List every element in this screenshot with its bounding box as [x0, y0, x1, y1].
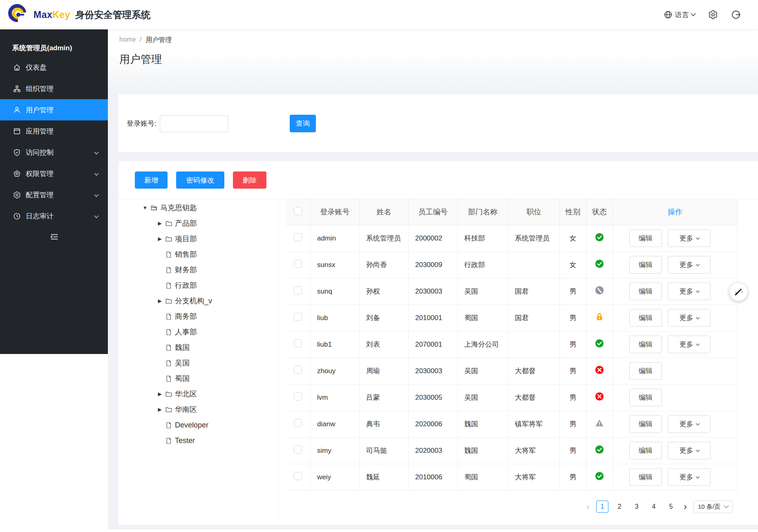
- sidebar-item-app[interactable]: 应用管理: [0, 120, 108, 142]
- page-size-select[interactable]: 10 条/页: [693, 501, 733, 513]
- pagination-page-4[interactable]: 4: [648, 501, 660, 513]
- tree-node[interactable]: 蜀国: [119, 371, 278, 386]
- caret-right-icon[interactable]: ▶: [154, 407, 165, 412]
- tree-node[interactable]: ▶分支机构_v: [119, 293, 278, 309]
- row-select-cell: [286, 464, 311, 490]
- more-button[interactable]: 更多: [668, 309, 711, 327]
- tree-node[interactable]: ▶项目部: [119, 231, 278, 247]
- caret-right-icon[interactable]: ▶: [154, 391, 165, 397]
- edit-button[interactable]: 编辑: [629, 442, 662, 459]
- caret-right-icon[interactable]: ▶: [154, 236, 165, 242]
- logout-icon[interactable]: [731, 10, 741, 20]
- row-checkbox[interactable]: [294, 419, 302, 427]
- edit-button[interactable]: 编辑: [629, 362, 662, 380]
- tree-node[interactable]: ▶华南区: [119, 402, 278, 417]
- breadcrumb: home / 用户管理: [119, 36, 172, 45]
- tree-node[interactable]: Developer: [119, 417, 278, 433]
- cell-status: [586, 331, 613, 358]
- row-checkbox[interactable]: [294, 472, 302, 480]
- tree-node[interactable]: ▶产品部: [119, 216, 278, 231]
- tree-node-label: Developer: [175, 421, 208, 430]
- pagination-page-2[interactable]: 2: [613, 501, 626, 513]
- tree-node[interactable]: 商务部: [119, 309, 278, 324]
- more-button[interactable]: 更多: [668, 229, 711, 247]
- delete-button[interactable]: 删除: [233, 171, 266, 189]
- more-button[interactable]: 更多: [668, 468, 711, 486]
- tree-node[interactable]: Tester: [119, 433, 278, 448]
- caret-right-icon[interactable]: ▶: [154, 298, 165, 304]
- sidebar-collapse-button[interactable]: [50, 232, 108, 243]
- status-warning-icon: [595, 418, 604, 427]
- sidebar-item-audit[interactable]: 日志审计: [0, 205, 108, 227]
- row-checkbox[interactable]: [294, 313, 302, 321]
- sidebar-item-dashboard[interactable]: 仪表盘: [0, 57, 108, 78]
- change-password-button[interactable]: 密码修改: [176, 171, 224, 189]
- more-button[interactable]: 更多: [668, 442, 711, 459]
- edit-button[interactable]: 编辑: [629, 256, 662, 274]
- sidebar-item-config[interactable]: 配置管理: [0, 184, 108, 205]
- chevron-down-icon: [695, 342, 700, 346]
- query-button[interactable]: 查询: [290, 115, 316, 132]
- tree-node[interactable]: 魏国: [119, 340, 278, 355]
- edit-button[interactable]: 编辑: [629, 415, 662, 433]
- select-all-checkbox[interactable]: [294, 207, 302, 215]
- sidebar-item-permission[interactable]: 权限管理: [0, 163, 108, 184]
- edit-button[interactable]: 编辑: [629, 229, 662, 247]
- sidebar-item-label: 组织管理: [26, 84, 54, 93]
- pagination-next[interactable]: ›: [682, 502, 689, 512]
- edit-button[interactable]: 编辑: [629, 389, 662, 406]
- search-account-input[interactable]: [160, 115, 228, 132]
- pagination-page-3[interactable]: 3: [631, 501, 643, 513]
- row-checkbox[interactable]: [294, 445, 302, 454]
- more-button[interactable]: 更多: [668, 283, 711, 300]
- cell-actions: 编辑更多: [613, 225, 738, 252]
- edit-button[interactable]: 编辑: [629, 336, 662, 353]
- folder-icon: [165, 390, 175, 398]
- magic-wand-float-button[interactable]: [729, 283, 747, 301]
- tree-node[interactable]: ▶华北区: [119, 386, 278, 402]
- row-checkbox[interactable]: [294, 366, 302, 374]
- tree-node[interactable]: ▼马克思钥匙: [119, 200, 278, 216]
- sidebar-item-user[interactable]: 用户管理: [0, 99, 108, 120]
- status-active-icon: [595, 472, 604, 481]
- sidebar-item-label: 配置管理: [26, 190, 54, 200]
- chevron-down-icon: [94, 214, 98, 218]
- pagination-prev[interactable]: ‹: [585, 502, 591, 512]
- table-row: lvm吕蒙2030005吴国大都督男编辑: [286, 384, 738, 411]
- sidebar-item-org[interactable]: 组织管理: [0, 78, 108, 99]
- cell-employee-id: 2030003: [409, 358, 458, 384]
- more-button[interactable]: 更多: [668, 256, 711, 274]
- caret-right-icon[interactable]: ▶: [154, 220, 165, 226]
- page-title: 用户管理: [119, 52, 162, 67]
- gear-icon[interactable]: [708, 10, 718, 20]
- tree-node[interactable]: 行政部: [119, 278, 278, 293]
- breadcrumb-home-link[interactable]: home: [119, 36, 136, 45]
- edit-button[interactable]: 编辑: [629, 468, 662, 486]
- row-checkbox[interactable]: [294, 260, 302, 268]
- row-checkbox[interactable]: [294, 392, 302, 401]
- row-checkbox[interactable]: [294, 286, 302, 294]
- cell-actions: 编辑更多: [613, 464, 738, 490]
- row-select-cell: [286, 437, 311, 464]
- edit-button[interactable]: 编辑: [629, 309, 662, 327]
- tree-node[interactable]: 财务部: [119, 262, 278, 278]
- add-button[interactable]: 新增: [135, 171, 168, 189]
- tree-node[interactable]: 人事部: [119, 324, 278, 340]
- tree-node[interactable]: 吴国: [119, 355, 278, 371]
- more-button[interactable]: 更多: [668, 415, 711, 433]
- row-checkbox[interactable]: [294, 233, 302, 241]
- row-checkbox[interactable]: [294, 339, 302, 347]
- pagination-page-5[interactable]: 5: [665, 501, 677, 513]
- caret-down-icon[interactable]: ▼: [140, 205, 150, 211]
- more-button[interactable]: 更多: [668, 336, 711, 353]
- edit-button[interactable]: 编辑: [629, 283, 662, 300]
- language-menu[interactable]: 语言: [664, 10, 695, 20]
- pagination-page-1[interactable]: 1: [596, 501, 608, 513]
- cell-gender: 女: [560, 252, 586, 278]
- cell-account: zhouy: [311, 358, 360, 384]
- tree-node[interactable]: 销售部: [119, 247, 278, 262]
- row-select-cell: [286, 358, 311, 384]
- sidebar-item-shield[interactable]: 访问控制: [0, 142, 108, 163]
- cell-name: 孙尚香: [360, 252, 409, 278]
- cell-position: 大都督: [508, 384, 560, 411]
